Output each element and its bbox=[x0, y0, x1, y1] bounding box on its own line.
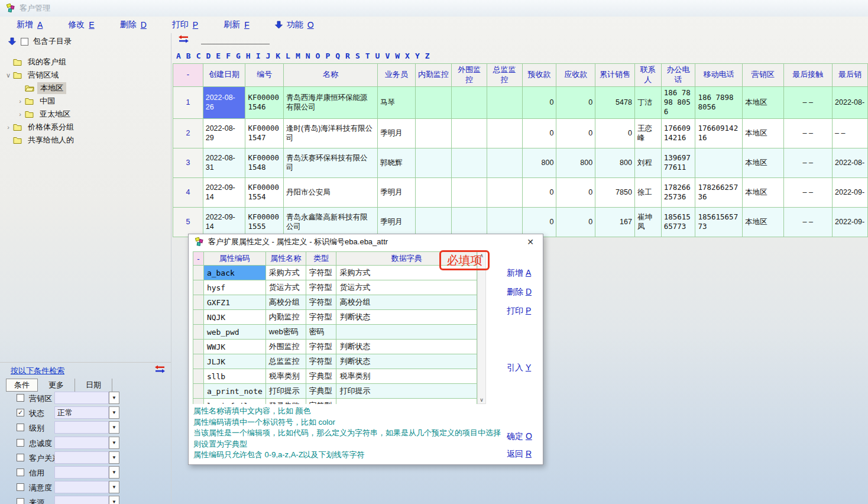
filter-checkbox-source[interactable] bbox=[17, 498, 24, 504]
grid-cell-name[interactable]: 逢时(青岛)海洋科技有限公司 bbox=[284, 118, 378, 148]
grid-cell-office_phone[interactable]: 186 7898 8056 bbox=[661, 86, 695, 118]
alphabet-letter-F[interactable]: F bbox=[226, 51, 231, 60]
swap-arrows-icon[interactable] bbox=[179, 35, 189, 43]
filter-checkbox-satisfaction[interactable] bbox=[17, 483, 24, 491]
grid-cell-advance[interactable]: 0 bbox=[522, 118, 556, 148]
grid-cell-monitor_external[interactable] bbox=[452, 207, 487, 237]
dialog-titlebar[interactable]: 客户扩展属性定义 - 属性定义 - 标识编号eba.eba_attr ✕ bbox=[189, 234, 543, 250]
dialog-cell-name[interactable]: 货运方式 bbox=[265, 280, 306, 295]
grid-cell-monitor_chief[interactable] bbox=[487, 86, 523, 118]
dialog-button-import[interactable]: 引入 Y bbox=[507, 363, 531, 373]
alphabet-letter-B[interactable]: B bbox=[186, 51, 191, 60]
grid-cell-total_sales[interactable]: 800 bbox=[595, 148, 635, 177]
alphabet-letter-D[interactable]: D bbox=[206, 51, 210, 60]
dropdown-arrow-icon[interactable]: ▼ bbox=[109, 496, 119, 504]
close-icon[interactable]: ✕ bbox=[524, 237, 537, 247]
alphabet-letter-X[interactable]: X bbox=[405, 51, 410, 60]
grid-cell-salesman[interactable]: 季明月 bbox=[377, 118, 415, 148]
grid-column-advance[interactable]: 预收款 bbox=[522, 64, 556, 87]
dropdown-arrow-icon[interactable]: ▼ bbox=[109, 466, 119, 479]
toolbar-button-print[interactable]: 打印P bbox=[172, 20, 198, 30]
dialog-button-confirm[interactable]: 确定 O bbox=[507, 431, 532, 442]
grid-cell-monitor_chief[interactable] bbox=[487, 148, 523, 177]
down-arrow-icon[interactable] bbox=[8, 37, 16, 46]
grid-cell-name[interactable]: 丹阳市公安局 bbox=[284, 177, 378, 207]
grid-cell-total_sales[interactable]: 167 bbox=[595, 207, 635, 237]
tree-item-price-system-group[interactable]: ›价格体系分组 bbox=[0, 121, 171, 134]
toolbar-button-edit[interactable]: 修改E bbox=[68, 20, 94, 30]
tree-item-my-customer-group[interactable]: 我的客户组 bbox=[0, 56, 171, 69]
grid-cell-monitor_external[interactable] bbox=[452, 118, 487, 148]
grid-cell-advance[interactable]: 800 bbox=[522, 148, 556, 177]
dropdown-arrow-icon[interactable]: ▼ bbox=[109, 481, 119, 493]
grid-cell-monitor_internal[interactable] bbox=[415, 148, 452, 177]
filter-select-source[interactable] bbox=[54, 496, 109, 504]
grid-cell-monitor_external[interactable] bbox=[452, 148, 487, 177]
grid-cell-last_sale[interactable]: 2022-09- bbox=[833, 177, 868, 207]
dialog-cell-type[interactable]: 字符型 bbox=[306, 295, 336, 310]
dialog-cell-dict[interactable]: 税率类别 bbox=[336, 369, 477, 384]
dialog-cell-name[interactable]: 打印提示 bbox=[265, 384, 306, 399]
grid-cell-receivable[interactable]: 800 bbox=[556, 148, 595, 177]
dialog-cell-idx[interactable] bbox=[193, 369, 204, 384]
search-tab-1[interactable]: 更多 bbox=[38, 379, 75, 392]
filter-select-loyalty[interactable] bbox=[54, 437, 109, 449]
dialog-cell-code[interactable]: JLJK bbox=[203, 354, 265, 369]
dialog-column-name[interactable]: 属性名称 bbox=[265, 252, 306, 266]
alphabet-letter-Y[interactable]: Y bbox=[415, 51, 420, 60]
alphabet-letter-N[interactable]: N bbox=[306, 51, 310, 60]
grid-column-region[interactable]: 营销区 bbox=[742, 64, 783, 87]
grid-cell-monitor_internal[interactable] bbox=[415, 177, 452, 207]
grid-column-code[interactable]: 编号 bbox=[245, 64, 284, 87]
grid-cell-date[interactable]: 2022-08-31 bbox=[203, 148, 245, 177]
grid-cell-monitor_chief[interactable] bbox=[487, 177, 523, 207]
grid-cell-last_contact[interactable]: – – bbox=[783, 177, 833, 207]
grid-cell-code[interactable]: KF000001555 bbox=[245, 207, 284, 237]
alphabet-letter-W[interactable]: W bbox=[395, 51, 400, 60]
dialog-cell-code[interactable]: web_pwd bbox=[203, 325, 265, 340]
alphabet-letter-R[interactable]: R bbox=[345, 51, 350, 60]
dialog-cell-idx[interactable] bbox=[193, 266, 204, 280]
grid-cell-total_sales[interactable]: 0 bbox=[595, 118, 635, 148]
dialog-cell-type[interactable]: 字符型 bbox=[306, 399, 336, 405]
grid-cell-date[interactable]: 2022-08-26 bbox=[203, 86, 245, 118]
dialog-cell-idx[interactable] bbox=[193, 325, 204, 340]
grid-cell-contact[interactable]: 王恋峰 bbox=[634, 118, 661, 148]
dialog-scrollbar[interactable]: ∧ ∨ bbox=[477, 251, 486, 404]
grid-cell-idx[interactable]: 3 bbox=[173, 148, 203, 177]
grid-cell-advance[interactable]: 0 bbox=[522, 207, 556, 237]
filter-select-level[interactable] bbox=[54, 421, 109, 434]
alphabet-letter-S[interactable]: S bbox=[355, 51, 360, 60]
dialog-cell-code[interactable]: sllb bbox=[203, 369, 265, 384]
grid-cell-advance[interactable]: 0 bbox=[522, 177, 556, 207]
grid-cell-name[interactable]: 青岛沃赛环保科技有限公司 bbox=[284, 148, 378, 177]
dialog-cell-dict[interactable]: 判断状态 bbox=[336, 340, 477, 354]
grid-cell-region[interactable]: 本地区 bbox=[742, 148, 783, 177]
chevron-right-icon[interactable]: › bbox=[15, 98, 25, 105]
dialog-cell-name[interactable]: web密码 bbox=[265, 325, 306, 340]
dialog-button-delete[interactable]: 删除 D bbox=[507, 287, 532, 298]
grid-cell-region[interactable]: 本地区 bbox=[742, 177, 783, 207]
grid-column-monitor_internal[interactable]: 内勤监控 bbox=[415, 64, 452, 87]
chevron-right-icon[interactable]: › bbox=[15, 111, 25, 118]
grid-cell-contact[interactable]: 丁洁 bbox=[634, 86, 661, 118]
grid-cell-office_phone[interactable]: 17826625736 bbox=[661, 177, 695, 207]
filter-checkbox-status[interactable]: ✓ bbox=[17, 409, 24, 416]
dialog-cell-name[interactable]: 总监监控 bbox=[265, 354, 306, 369]
toolbar-button-functions[interactable]: 功能O bbox=[275, 20, 314, 30]
grid-cell-date[interactable]: 2022-09-14 bbox=[203, 207, 245, 237]
swap-arrows-icon[interactable] bbox=[155, 365, 165, 373]
dropdown-arrow-icon[interactable]: ▼ bbox=[109, 392, 119, 404]
filter-select-marketing-region[interactable] bbox=[54, 392, 109, 404]
dialog-cell-code[interactable]: loginfailure bbox=[203, 399, 265, 405]
tree-item-shared-to-others[interactable]: 共享给他人的 bbox=[0, 134, 171, 147]
dialog-cell-type[interactable]: 字符型 bbox=[306, 266, 336, 280]
dialog-column-code[interactable]: 属性编码 bbox=[203, 252, 265, 266]
dialog-cell-idx[interactable] bbox=[193, 399, 204, 405]
grid-cell-total_sales[interactable]: 7850 bbox=[595, 177, 635, 207]
grid-cell-last_sale[interactable]: 2022-08- bbox=[833, 86, 868, 118]
toolbar-button-delete[interactable]: 删除D bbox=[120, 20, 147, 30]
grid-column-last_sale[interactable]: 最后销 bbox=[833, 64, 868, 87]
dropdown-arrow-icon[interactable]: ▼ bbox=[109, 406, 119, 419]
dialog-cell-name[interactable]: 登录失败 bbox=[265, 399, 306, 405]
